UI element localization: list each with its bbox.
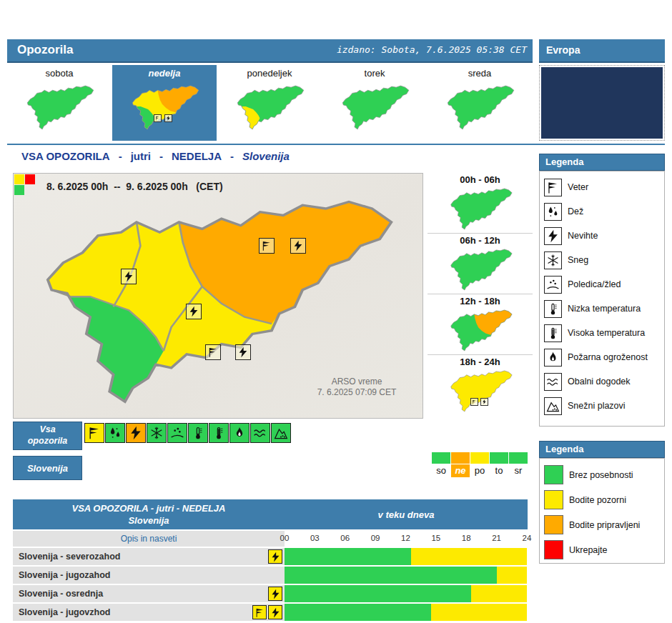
day-link-to[interactable]: to — [490, 464, 508, 477]
storm-icon — [123, 271, 134, 282]
tab-nedelja[interactable]: nedelja — [112, 65, 217, 141]
legend-item-sneg: Sneg — [544, 248, 664, 272]
storm-warning-icon-box — [121, 269, 137, 284]
region-link-osrednja[interactable]: Slovenija - osrednja — [13, 585, 249, 602]
europe-map-thumbnail[interactable] — [539, 65, 665, 141]
wind-icon — [255, 607, 265, 618]
orange-level-square — [544, 515, 563, 534]
low-temp-warning-cell[interactable] — [188, 423, 208, 443]
timeline-segment — [431, 604, 527, 621]
main-warning-map[interactable]: 8. 6.2025 00h -- 9. 6.2025 00h (CET) ARS… — [13, 173, 423, 419]
snow-icon — [544, 251, 562, 269]
yellow-level-square — [544, 490, 563, 509]
tab-sobota[interactable]: sobota — [7, 65, 112, 141]
descriptions-link[interactable]: Opis in nasveti — [13, 531, 285, 547]
storm-icon — [237, 347, 249, 358]
slovenia-map-thumbnail — [443, 84, 517, 130]
legend-level-yellow: Bodite pozorni — [544, 487, 664, 512]
legend-warnings-box: Veter Dež Nevihte Sneg Poledica/žled Niz… — [539, 171, 665, 427]
day-level-square — [490, 452, 508, 464]
wind-warning-icon-box — [205, 344, 221, 360]
period-label: 18h - 24h — [428, 357, 533, 368]
issued-timestamp: izdano: Sobota, 7.6.2025 05:38 CET — [337, 39, 527, 61]
legend-item-pozarna-ogrozenost: Požarna ogroženost — [544, 345, 664, 369]
tab-label: ponedeljek — [217, 67, 322, 80]
storm-icon — [270, 589, 281, 599]
row-timeline — [285, 585, 527, 602]
legend-level-green: Brez posebnosti — [544, 462, 664, 487]
rain-warning-cell[interactable] — [105, 423, 125, 443]
legend-item-nevihte: Nevihte — [544, 224, 664, 248]
wind-warning-cell[interactable] — [84, 423, 104, 443]
high-temp-icon — [212, 426, 226, 440]
snow-warning-cell[interactable] — [147, 423, 167, 443]
slovenia-map-thumbnail — [232, 84, 307, 130]
coastal-icon — [544, 373, 562, 391]
row-warning-icons — [249, 548, 285, 565]
fire-icon — [544, 349, 562, 367]
storm-warning-icon-box — [290, 238, 306, 254]
coastal-warning-cell[interactable] — [250, 423, 270, 443]
europe-link[interactable]: Evropa — [546, 39, 580, 61]
day-link-ne[interactable]: ne — [451, 464, 470, 477]
period-block: 06h - 12h — [428, 233, 533, 294]
red-level-square — [544, 540, 563, 559]
timeline-segment — [285, 604, 431, 621]
europe-header-bar[interactable]: Evropa — [539, 39, 665, 63]
tab-ponedeljek[interactable]: ponedeljek — [217, 65, 322, 141]
table-header: VSA OPOZORILA - jutri - NEDELJA Slovenij… — [13, 499, 528, 529]
period-label: 12h - 18h — [428, 296, 533, 307]
wind-icon — [87, 426, 102, 440]
table-row: Slovenija - jugozahod — [13, 567, 528, 584]
tab-label: nedelja — [112, 67, 217, 80]
warnings-header-bar: Opozorila izdano: Sobota, 7.6.2025 05:38… — [7, 39, 533, 63]
storm-warning-cell[interactable] — [126, 423, 146, 443]
wind-mini-warning-box — [470, 398, 478, 406]
period-block: 00h - 06h — [428, 173, 533, 233]
day-link-po[interactable]: po — [470, 464, 489, 477]
tab-label: torek — [322, 67, 427, 80]
high-temp-icon — [544, 324, 562, 342]
day-level-squares — [432, 452, 532, 464]
high-temp-warning-cell[interactable] — [209, 423, 229, 443]
tab-torek[interactable]: torek — [322, 65, 427, 141]
wind-warning-icon-box — [259, 238, 275, 254]
table-row: Slovenija - osrednja — [13, 585, 528, 602]
storm-mini-warning-box — [164, 114, 172, 122]
rain-icon — [544, 203, 562, 221]
rain-icon — [108, 426, 122, 440]
tab-label: sreda — [428, 67, 532, 80]
all-warnings-button[interactable]: Vsa opozorila — [13, 422, 82, 450]
day-link-so[interactable]: so — [432, 464, 450, 477]
avalanche-icon — [274, 426, 288, 440]
slovenia-map-thumbnail — [127, 84, 202, 130]
fire-warning-cell[interactable] — [229, 423, 249, 443]
region-link-severozahod[interactable]: Slovenija - severozahod — [13, 548, 249, 565]
europe-map-image — [541, 67, 663, 139]
slovenia-map-period — [446, 248, 515, 291]
slovenia-map-period — [446, 369, 515, 412]
table-row: Slovenija - severozahod — [13, 548, 528, 565]
ice-warning-cell[interactable] — [167, 423, 187, 443]
table-subheader: Opis in nasveti 00 03 06 09 12 15 18 21 … — [13, 531, 528, 547]
avalanche-warning-cell[interactable] — [271, 423, 291, 443]
tab-label: sobota — [7, 67, 112, 80]
storm-icon — [544, 227, 562, 245]
day-level-square — [509, 452, 528, 464]
storm-icon — [292, 240, 304, 251]
region-link-jugozahod[interactable]: Slovenija - jugozahod — [13, 567, 249, 584]
period-maps-column: 00h - 06h 06h - 12h 12h - 18h 18h - 24h — [428, 173, 533, 415]
wind-warning-icon-box — [252, 605, 267, 619]
region-link-jugovzhod[interactable]: Slovenija - jugovzhod — [13, 604, 249, 621]
page-title: Opozorila — [17, 39, 73, 61]
tab-sreda[interactable]: sreda — [428, 65, 532, 141]
low-temp-icon — [544, 300, 562, 318]
period-block: 12h - 18h — [428, 294, 533, 354]
warnings-table: VSA OPOZORILA - jutri - NEDELJA Slovenij… — [13, 499, 528, 621]
ice-icon — [170, 426, 184, 440]
storm-warning-icon-box — [186, 304, 202, 319]
hours-scale: 00 03 06 09 12 15 18 21 24 — [285, 531, 527, 547]
legend-item-dez: Dež — [544, 199, 664, 224]
region-button[interactable]: Slovenija — [13, 456, 82, 480]
day-link-sr[interactable]: sr — [509, 464, 528, 477]
